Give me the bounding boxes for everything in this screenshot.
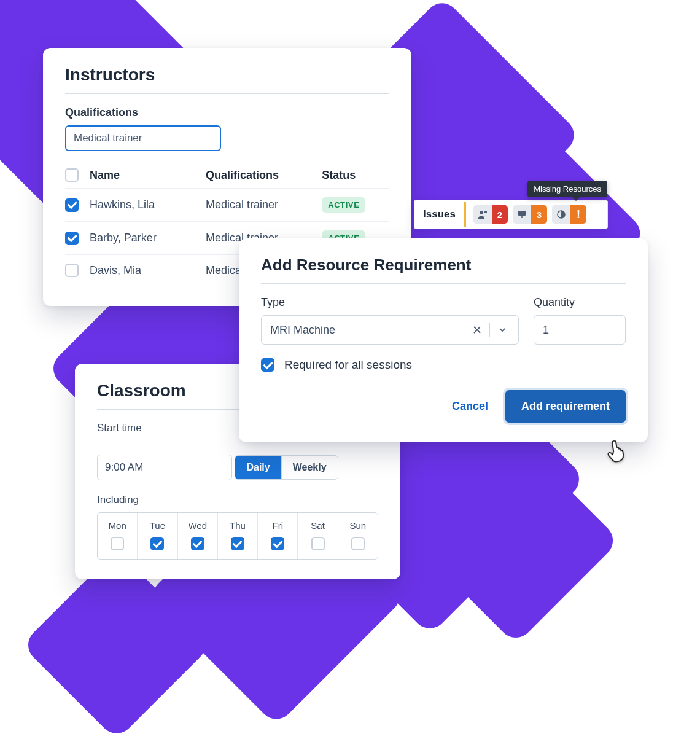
day-checkbox-fri[interactable] — [271, 537, 284, 550]
cursor-icon — [604, 436, 631, 465]
issues-label: Issues — [414, 202, 466, 227]
cell-name: Barby, Parker — [90, 232, 202, 244]
required-all-checkbox[interactable] — [261, 358, 274, 372]
day-label: Sat — [311, 520, 325, 531]
day-label: Fri — [273, 520, 284, 531]
row-checkbox[interactable] — [65, 232, 79, 245]
day-checkbox-wed[interactable] — [191, 537, 204, 550]
separator — [489, 323, 490, 337]
type-select[interactable]: MRI Machine — [261, 315, 519, 345]
day-label: Wed — [188, 520, 207, 531]
person-icon — [473, 205, 492, 224]
contrast-icon — [552, 205, 570, 224]
cell-name: Davis, Mia — [90, 264, 202, 277]
qualifications-filter-label: Qualifications — [65, 106, 389, 119]
required-all-label: Required for all sessions — [284, 358, 412, 372]
start-time-input[interactable]: 9:00 AM — [97, 455, 232, 480]
day-checkbox-tue[interactable] — [150, 537, 164, 550]
day-label: Mon — [109, 520, 126, 531]
col-qualifications: Qualifications — [206, 169, 318, 182]
cell-name: Hawkins, Lila — [90, 198, 202, 211]
svg-point-0 — [480, 211, 483, 214]
day-label: Tue — [150, 520, 165, 531]
issue-count: 2 — [492, 205, 508, 224]
segment-weekly[interactable]: Weekly — [281, 456, 338, 479]
day-checkbox-sun[interactable] — [351, 537, 365, 550]
day-checkbox-mon[interactable] — [111, 537, 124, 550]
add-resource-requirement-modal: Add Resource Requirement Type MRI Machin… — [239, 238, 648, 442]
svg-rect-1 — [484, 211, 487, 213]
projector-icon — [513, 205, 531, 224]
issues-strip: Missing Resources Issues 2 3 ! — [414, 200, 608, 229]
modal-title: Add Resource Requirement — [261, 256, 626, 275]
issue-badge-resources[interactable]: 3 — [513, 205, 547, 224]
tooltip-missing-resources: Missing Resources — [527, 181, 607, 197]
table-row: Hawkins, Lila Medical trainer ACTIVE — [65, 188, 389, 221]
issue-count: ! — [570, 205, 586, 224]
recurrence-segmented-control: Daily Weekly — [235, 455, 338, 480]
add-requirement-button[interactable]: Add requirement — [505, 390, 626, 423]
chevron-down-icon[interactable] — [492, 320, 512, 340]
svg-rect-2 — [518, 211, 526, 216]
quantity-label: Quantity — [534, 296, 626, 309]
day-label: Sun — [349, 520, 366, 531]
days-selector: Mon Tue Wed Thu Fri Sat Sun — [97, 512, 378, 560]
issue-badge-conflict[interactable]: ! — [552, 205, 586, 224]
cell-qualifications: Medical trainer — [206, 198, 318, 211]
col-status: Status — [322, 169, 389, 182]
issue-count: 3 — [531, 205, 547, 224]
cancel-button[interactable]: Cancel — [452, 400, 488, 413]
divider — [261, 283, 626, 284]
segment-daily[interactable]: Daily — [235, 456, 281, 479]
including-label: Including — [97, 494, 378, 506]
quantity-input[interactable]: 1 — [534, 315, 626, 345]
type-label: Type — [261, 296, 519, 309]
select-all-checkbox[interactable] — [65, 168, 79, 182]
issue-badge-instructors[interactable]: 2 — [473, 205, 508, 224]
day-label: Thu — [230, 520, 246, 531]
status-badge: ACTIVE — [322, 197, 365, 213]
day-checkbox-sat[interactable] — [311, 537, 325, 550]
qualifications-filter-input[interactable] — [65, 125, 221, 151]
col-name: Name — [90, 169, 202, 182]
day-checkbox-thu[interactable] — [231, 537, 244, 550]
type-value: MRI Machine — [270, 324, 467, 337]
row-checkbox[interactable] — [65, 198, 79, 212]
clear-icon[interactable] — [467, 320, 487, 340]
divider — [65, 93, 389, 94]
instructors-title: Instructors — [65, 65, 389, 85]
row-checkbox[interactable] — [65, 264, 79, 277]
